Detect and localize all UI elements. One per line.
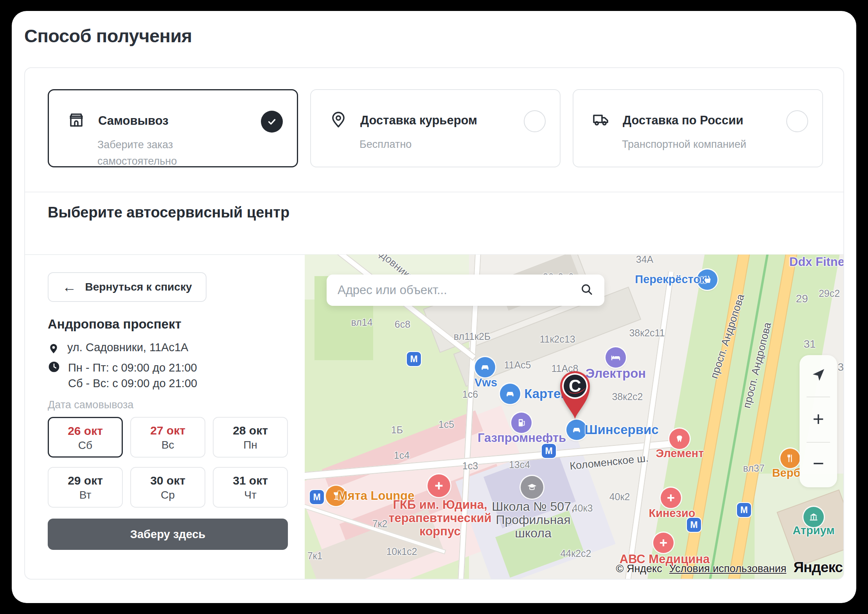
map-label: 38к2с2	[612, 391, 643, 402]
map-label: 1с6	[462, 389, 478, 400]
map-label: 29с2	[819, 288, 840, 299]
map-poi-label: Атриум	[793, 524, 835, 537]
method-subtitle: Транспортной компанией	[622, 136, 751, 153]
map-poi-label: ГКБ им. Юдина,	[393, 498, 487, 512]
checkout-panel: Способ получения Самовывоз Заберите зака…	[12, 11, 856, 603]
map-label: 40к2	[609, 491, 630, 503]
map-label: 10к1с2	[386, 546, 417, 557]
map-label: вл37	[743, 463, 764, 474]
map-search-box	[327, 275, 604, 306]
medical-cross-icon	[661, 488, 681, 508]
metro-icon: М	[542, 444, 556, 458]
hours-row: Пн - Пт: с 09:00 до 21:00 Сб - Вс: с 09:…	[48, 360, 197, 391]
yandex-logo: Яндекс	[793, 559, 843, 576]
date-value: 31 окт	[214, 474, 287, 487]
back-to-list-button[interactable]: ← Вернуться к списку	[48, 272, 207, 302]
metro-icon: М	[737, 503, 751, 517]
zoom-out-button[interactable]: −	[800, 454, 837, 473]
map-label: 7к2	[372, 518, 388, 530]
map-poi-label: Верб	[772, 467, 801, 479]
method-title: Доставка курьером	[360, 113, 477, 127]
map-pin[interactable]: C	[557, 367, 593, 422]
controls-divider	[807, 397, 830, 397]
date-option[interactable]: 29 окт Вт	[48, 467, 123, 508]
day-value: Пн	[214, 439, 287, 451]
map-label: 13с4	[509, 459, 530, 470]
metro-icon: М	[687, 518, 701, 532]
section-divider	[25, 192, 843, 192]
location-name: Андропова проспект	[48, 317, 182, 332]
map-label: 1с5	[438, 419, 454, 430]
location-pin-icon	[48, 342, 59, 358]
back-button-label: Вернуться к списку	[85, 281, 192, 293]
map-label: 11к2с13	[539, 334, 575, 345]
hours-weekend: Сб - Вс: с 09:00 до 21:00	[68, 377, 197, 390]
map-label: 1с3	[462, 460, 478, 472]
metro-icon: М	[407, 352, 421, 366]
map-poi-label: Электрон	[586, 366, 646, 381]
day-value: Вс	[131, 439, 205, 451]
map-poi-label: Кинезио	[649, 507, 695, 520]
car-service-icon	[475, 357, 495, 377]
map-label: 44к2с2	[560, 548, 591, 559]
map-label: вл14	[351, 317, 372, 328]
delivery-container: Самовывоз Заберите заказ самостоятельно …	[24, 67, 844, 580]
date-option[interactable]: 30 окт Ср	[130, 467, 205, 508]
delivery-method-courier[interactable]: Доставка курьером Бесплатно	[310, 89, 561, 167]
map-poi-label: Шинсервис	[584, 422, 658, 437]
date-option[interactable]: 28 окт Пн	[213, 417, 288, 458]
map-poi-label: школа	[515, 526, 552, 540]
date-option[interactable]: 31 окт Чт	[213, 467, 288, 508]
delivery-method-russia[interactable]: Доставка по России Транспортной компание…	[573, 89, 823, 167]
dentist-icon	[669, 429, 690, 449]
day-value: Вт	[49, 489, 122, 501]
hours-weekdays: Пн - Пт: с 09:00 до 21:00	[68, 361, 197, 374]
truck-icon	[591, 110, 610, 131]
map-label: 1с4	[394, 450, 410, 461]
map-canvas[interactable]: Садовники вл14 6с8 36к3с6 34А Ddx Fitnes…	[305, 255, 844, 580]
delivery-method-pickup[interactable]: Самовывоз Заберите заказ самостоятельно	[48, 89, 298, 167]
date-value: 26 окт	[49, 424, 122, 438]
map-poi-label: корпус	[419, 524, 460, 539]
radio-unselected-icon[interactable]	[786, 110, 808, 132]
page-title: Способ получения	[24, 25, 192, 47]
day-value: Ср	[131, 489, 205, 501]
map-label: 7к1	[307, 550, 323, 562]
controls-divider	[807, 442, 830, 443]
locate-arrow-button[interactable]	[800, 366, 837, 386]
map-poi-label: Школа № 507,	[492, 499, 575, 514]
date-value: 30 окт	[131, 474, 205, 487]
hotel-icon	[606, 347, 626, 368]
hospital-cross-icon	[428, 474, 450, 497]
day-value: Сб	[49, 439, 122, 452]
selected-check-icon	[261, 111, 283, 133]
terms-link[interactable]: Условия использования	[669, 563, 787, 575]
map-label: 1Б	[391, 424, 403, 436]
pin-icon	[329, 110, 348, 131]
map-poi-label: Элемент	[656, 447, 704, 460]
map-label: 38к2с11	[629, 327, 665, 339]
map-label: 40к3	[572, 503, 593, 514]
car-service-icon	[566, 420, 587, 440]
method-subtitle: Заберите заказ самостоятельно	[97, 136, 226, 169]
address-row: ул. Садовники, 11Ас1А	[48, 341, 188, 358]
radio-unselected-icon[interactable]	[524, 110, 546, 132]
location-hours: Пн - Пт: с 09:00 до 21:00 Сб - Вс: с 09:…	[68, 360, 197, 391]
search-icon[interactable]	[580, 283, 593, 298]
map-poi-label: Ddx Fitnes	[789, 255, 844, 269]
day-value: Чт	[214, 489, 287, 501]
arrow-left-icon: ←	[63, 279, 77, 295]
restaurant-icon	[780, 449, 800, 468]
date-option[interactable]: 26 окт Сб	[48, 417, 123, 458]
school-icon	[521, 476, 543, 499]
date-value: 29 окт	[49, 474, 122, 487]
date-option[interactable]: 27 окт Вс	[130, 417, 205, 458]
map-label: 29	[796, 293, 808, 305]
storefront-icon	[67, 111, 86, 131]
map-label: 11Ас5	[504, 359, 531, 371]
copyright-text: © Яндекс	[616, 563, 662, 575]
method-subtitle: Бесплатно	[359, 136, 489, 153]
pickup-here-button[interactable]: Заберу здесь	[48, 519, 288, 550]
zoom-in-button[interactable]: +	[800, 409, 837, 429]
search-input[interactable]	[338, 283, 574, 297]
